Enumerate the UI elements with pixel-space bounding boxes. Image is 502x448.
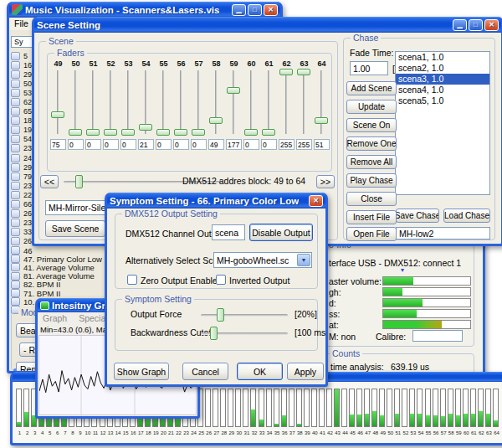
fader-slider[interactable]: [120, 69, 137, 136]
slider-track[interactable]: [201, 332, 288, 335]
calibre-field[interactable]: [412, 330, 463, 342]
checkbox-icon[interactable]: [11, 228, 20, 236]
checkbox-icon[interactable]: [11, 289, 20, 297]
chase-scene-item[interactable]: scena3, 1.0: [396, 74, 489, 85]
ok-button[interactable]: OK: [237, 363, 283, 380]
fader-thumb[interactable]: [227, 87, 240, 94]
fader-value-field[interactable]: 177: [226, 139, 242, 150]
load-chase-button[interactable]: Load Chase: [443, 209, 490, 223]
checkbox-icon[interactable]: [11, 219, 20, 227]
fader-slider[interactable]: [137, 69, 155, 136]
checkbox-icon[interactable]: [11, 182, 20, 190]
fader-thumb[interactable]: [139, 124, 152, 131]
chase-scene-item[interactable]: scena5, 1.0: [396, 95, 489, 106]
close-icon[interactable]: [309, 195, 323, 207]
fader-value-field[interactable]: 51: [314, 139, 330, 150]
fader-value-field[interactable]: 0: [173, 139, 189, 150]
fader-thumb[interactable]: [121, 129, 135, 136]
scene-on-button[interactable]: Scene On: [346, 118, 397, 132]
checkbox-icon[interactable]: [11, 98, 20, 106]
fader-thumb[interactable]: [279, 69, 293, 75]
minimize-icon[interactable]: [232, 4, 246, 16]
fader-value-field[interactable]: 21: [138, 139, 154, 150]
save-chase-button[interactable]: Save Chase: [396, 209, 439, 223]
checkbox-icon[interactable]: [11, 154, 20, 162]
chase-scene-item[interactable]: scena4, 1.0: [396, 85, 489, 95]
fader-value-field[interactable]: 75: [50, 139, 66, 150]
fader-thumb[interactable]: [69, 129, 82, 136]
checkbox-icon[interactable]: [11, 61, 20, 70]
chase-scene-list[interactable]: scena1, 1.0scena2, 1.0scena3, 1.0scena4,…: [395, 51, 490, 195]
chase-scene-item[interactable]: scena2, 1.0: [396, 63, 489, 74]
cancel-button[interactable]: Cancel: [182, 363, 228, 380]
fader-value-field[interactable]: 0: [85, 139, 101, 150]
fader-thumb[interactable]: [315, 117, 328, 124]
checkbox-icon[interactable]: [11, 70, 20, 79]
fader-slider[interactable]: [295, 69, 313, 136]
fader-slider[interactable]: [67, 69, 85, 136]
fader-thumb[interactable]: [262, 129, 275, 136]
channel-output-field[interactable]: scena: [212, 224, 245, 240]
fader-slider[interactable]: [172, 69, 190, 136]
checkbox-icon[interactable]: [11, 173, 20, 181]
block-next-button[interactable]: >>: [316, 175, 335, 188]
checkbox-icon[interactable]: [11, 144, 20, 152]
fader-thumb[interactable]: [174, 129, 187, 136]
fader-value-field[interactable]: 0: [191, 139, 207, 150]
checkbox-icon[interactable]: [11, 297, 20, 306]
slider-track[interactable]: [201, 314, 288, 317]
alt-scene-combo[interactable]: MH-goboWheel.sc ▼: [213, 252, 312, 268]
maximize-icon[interactable]: [469, 19, 483, 31]
fader-value-field[interactable]: 255: [296, 139, 312, 150]
fader-slider[interactable]: [102, 69, 120, 136]
checkbox-icon[interactable]: [11, 281, 20, 289]
symptom-titlebar[interactable]: Symptom Setting - 66. Primary Color Low: [107, 193, 325, 209]
slider-thumb[interactable]: [217, 308, 224, 322]
minimize-icon[interactable]: [453, 19, 467, 31]
maximize-icon[interactable]: [248, 4, 262, 16]
fader-slider[interactable]: [190, 69, 207, 136]
fader-thumb[interactable]: [244, 129, 258, 136]
remove-all-button[interactable]: Remove All: [346, 155, 397, 169]
menu-item-file[interactable]: File: [14, 18, 28, 29]
fader-thumb[interactable]: [86, 129, 100, 136]
insert-file-button[interactable]: Insert File: [346, 210, 397, 224]
close-icon[interactable]: [484, 19, 499, 31]
checkbox-icon[interactable]: [11, 135, 20, 143]
show-graph-button[interactable]: Show Graph: [114, 363, 169, 380]
apply-button[interactable]: Apply: [287, 363, 324, 380]
checkbox-icon[interactable]: [11, 89, 20, 97]
checkbox-icon[interactable]: [11, 237, 20, 245]
fader-slider[interactable]: [85, 69, 102, 136]
fader-slider[interactable]: [278, 69, 295, 136]
fader-value-field[interactable]: 49: [208, 139, 224, 150]
menu-item-graph[interactable]: Graph: [43, 313, 67, 323]
main-titlebar[interactable]: Music Visualization - Scanners&Lasers.vi…: [9, 2, 280, 18]
fader-thumb[interactable]: [51, 111, 64, 118]
add-scene-button[interactable]: Add Scene: [346, 81, 397, 95]
slider-thumb[interactable]: [210, 327, 218, 340]
chase-scene-item[interactable]: scena1, 1.0: [396, 52, 489, 63]
close-icon[interactable]: [264, 4, 278, 16]
save-scene-button[interactable]: Save Scene: [45, 220, 105, 237]
checkbox-icon[interactable]: [11, 163, 20, 172]
checkbox-icon[interactable]: [11, 246, 20, 255]
fader-slider[interactable]: [207, 69, 225, 136]
fader-slider[interactable]: [313, 69, 330, 136]
fader-value-field[interactable]: 0: [120, 139, 136, 150]
block-slider-thumb[interactable]: [75, 175, 83, 188]
scene-titlebar[interactable]: Scene Setting: [34, 17, 501, 33]
fader-thumb[interactable]: [156, 129, 170, 136]
checkbox-icon[interactable]: [11, 52, 20, 60]
fade-time-field[interactable]: 1.00: [350, 61, 388, 75]
fader-thumb[interactable]: [297, 69, 310, 75]
fader-value-field[interactable]: 255: [279, 139, 295, 150]
fader-thumb[interactable]: [209, 117, 223, 124]
checkbox-icon[interactable]: [11, 126, 20, 134]
checkbox-icon[interactable]: [11, 272, 20, 281]
checkbox-icon[interactable]: [11, 200, 20, 209]
fader-value-field[interactable]: 0: [103, 139, 119, 150]
fader-value-field[interactable]: 0: [261, 139, 277, 150]
checkbox-icon[interactable]: [11, 255, 20, 263]
inverted-output-checkbox[interactable]: [216, 275, 226, 285]
